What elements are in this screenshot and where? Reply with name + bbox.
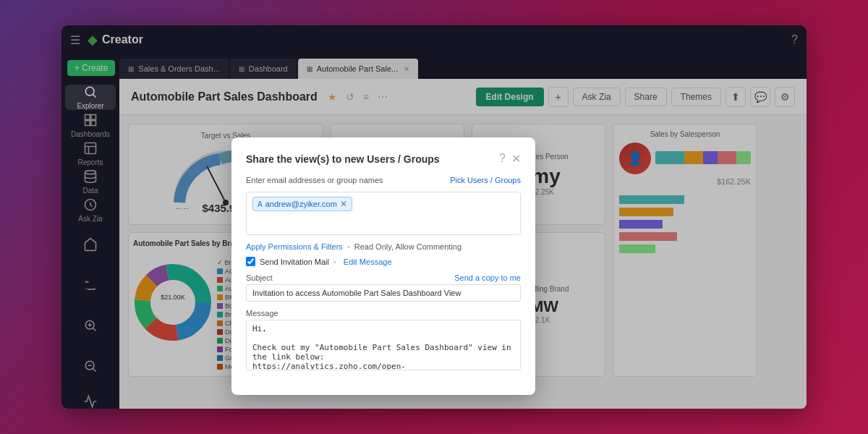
edit-message-link[interactable]: Edit Message — [344, 258, 392, 266]
message-label: Message — [246, 309, 521, 318]
email-tag-value: andrew@zyiker.com — [265, 200, 337, 208]
email-label: Enter email addresses or group names — [246, 176, 383, 184]
subject-field: Subject Send a copy to me — [246, 273, 521, 302]
email-label-row: Enter email addresses or group names Pic… — [246, 176, 521, 189]
send-invitation-checkbox[interactable] — [246, 257, 255, 266]
send-copy-link[interactable]: Send a copy to me — [454, 273, 521, 282]
email-tag-icon: A — [258, 200, 263, 208]
dialog-close-icon[interactable]: ✕ — [511, 152, 521, 166]
dialog-header: Share the view(s) to new Users / Groups … — [246, 152, 521, 166]
send-invitation-label: Send Invitation Mail — [260, 258, 329, 266]
share-dialog: Share the view(s) to new Users / Groups … — [231, 137, 535, 395]
email-tag-remove-icon[interactable]: ✕ — [340, 199, 347, 209]
email-tag: A andrew@zyiker.com ✕ — [252, 197, 352, 211]
email-text-input[interactable] — [355, 197, 514, 211]
subject-input[interactable] — [246, 284, 521, 302]
dialog-overlay: Share the view(s) to new Users / Groups … — [61, 25, 807, 409]
permissions-link[interactable]: Apply Permissions & Filters — [246, 242, 343, 251]
permissions-row: Apply Permissions & Filters • Read Only,… — [246, 242, 521, 251]
subject-label: Subject Send a copy to me — [246, 273, 521, 282]
pick-users-link[interactable]: Pick Users / Groups — [450, 176, 521, 189]
dialog-help-icon[interactable]: ? — [499, 152, 506, 166]
email-input-box[interactable]: A andrew@zyiker.com ✕ — [246, 192, 521, 235]
message-textarea[interactable]: Hi, Check out my "Automobile Part Sales … — [246, 320, 521, 370]
dialog-title: Share the view(s) to new Users / Groups — [246, 153, 440, 165]
message-field: Message Hi, Check out my "Automobile Par… — [246, 309, 521, 373]
permissions-value: Read Only, Allow Commenting — [354, 242, 461, 251]
dialog-actions: ? ✕ — [499, 152, 521, 166]
send-invitation-row: Send Invitation Mail • Edit Message — [246, 257, 521, 266]
